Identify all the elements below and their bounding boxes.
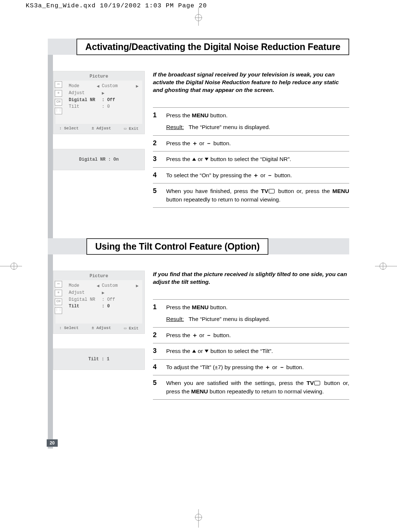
section-intro: If you find that the picture received is… <box>153 271 349 286</box>
osd-menu-row: Mode◀Custom▶ <box>59 282 139 289</box>
osd-menu-row: Mode◀Custom▶ <box>59 83 139 90</box>
osd-screenshot: Picture ▭ ≡ CH ⋮⋮ Mode◀Custom▶Adjust▶Dig… <box>53 271 145 334</box>
section-title: Using the Tilt Control Feature (Option) <box>86 238 268 255</box>
step-row: 4To select the “On” by pressing the ＋ or… <box>153 167 349 183</box>
step-text: When you have finished, press the TV but… <box>166 183 349 208</box>
osd-toast: Tilt : 1 <box>53 349 145 370</box>
cropmark-right <box>375 261 397 272</box>
osd-rows: ▭ ≡ CH ⋮⋮ Mode◀Custom▶Adjust▶Digital NR:… <box>56 81 142 124</box>
step-row: 5When you are satisfied with the setting… <box>153 375 349 400</box>
osd-menu-row: Digital NR: Off <box>59 296 139 303</box>
osd-menu-row: Tilt: 0 <box>59 303 139 310</box>
tv-button-icon <box>269 189 275 193</box>
step-number: 1 <box>153 299 166 327</box>
step-text: To select the “On” by pressing the ＋ or … <box>166 167 349 183</box>
step-number: 2 <box>153 327 166 343</box>
step-number: 4 <box>153 359 166 375</box>
step-row: 2Press the ＋ or － button. <box>153 135 349 151</box>
step-number: 1 <box>153 107 166 135</box>
left-column: Picture ▭ ≡ CH ⋮⋮ Mode◀Custom▶Adjust▶Dig… <box>53 71 145 208</box>
down-arrow-icon <box>205 350 208 353</box>
step-text: To adjust the “Tilt” (±7) by pressing th… <box>166 359 349 375</box>
tv-icon: ▭ <box>55 281 62 288</box>
step-number: 3 <box>153 151 166 167</box>
osd-footer-select: ↕ Select <box>59 126 79 131</box>
cropmark-bottom <box>193 509 204 528</box>
up-arrow-icon <box>192 158 196 161</box>
step-text: Press the ＋ or － button. <box>166 327 349 343</box>
channel-icon: CH <box>55 299 62 305</box>
osd-footer-adjust: ± Adjust <box>92 326 111 331</box>
list-icon: ≡ <box>55 90 62 97</box>
print-header: KS3a_Eng_Wide.qxd 10/19/2002 1:03 PM Pag… <box>26 2 207 9</box>
osd-title: Picture <box>56 74 142 81</box>
osd-footer-exit: ▭ Exit <box>124 126 139 131</box>
step-row: 4To adjust the “Tilt” (±7) by pressing t… <box>153 359 349 375</box>
svg-point-5 <box>195 514 202 521</box>
step-text: Press the MENU button.Result: The “Pictu… <box>166 107 349 135</box>
step-text: Press the or button to select the “Tilt”… <box>166 343 349 359</box>
right-column: If the broadcast signal received by your… <box>153 71 349 208</box>
channel-icon: CH <box>55 99 62 106</box>
steps-table: 1Press the MENU button.Result: The “Pict… <box>153 299 349 400</box>
osd-footer-exit: ▭ Exit <box>124 326 139 331</box>
osd-footer-adjust: ± Adjust <box>92 126 111 131</box>
step-number: 5 <box>153 375 166 400</box>
svg-point-8 <box>11 263 17 269</box>
svg-point-11 <box>380 263 386 269</box>
step-number: 2 <box>153 135 166 151</box>
section-intro: If the broadcast signal received by your… <box>153 71 349 94</box>
cropmark-top <box>193 7 204 26</box>
step-text: Press the ＋ or － button. <box>166 135 349 151</box>
step-number: 3 <box>153 343 166 359</box>
osd-menu-row: Adjust▶ <box>59 289 139 296</box>
setup-icon: ⋮⋮ <box>55 307 62 314</box>
section-tilt: Using the Tilt Control Feature (Option) … <box>48 238 349 400</box>
tv-icon: ▭ <box>55 81 62 88</box>
osd-footer-select: ↕ Select <box>59 326 79 331</box>
right-column: If you find that the picture received is… <box>153 271 349 400</box>
left-column: Picture ▭ ≡ CH ⋮⋮ Mode◀Custom▶Adjust▶Dig… <box>53 271 145 400</box>
step-row: 3Press the or button to select the “Digi… <box>153 151 349 167</box>
osd-menu-row: Adjust▶ <box>59 90 139 97</box>
section-digital-nr: Activating/Deactivating the Digital Nois… <box>48 39 349 208</box>
osd-rows: ▭ ≡ CH ⋮⋮ Mode◀Custom▶Adjust▶Digital NR:… <box>56 280 142 324</box>
step-row: 5When you have finished, press the TV bu… <box>153 183 349 208</box>
tv-button-icon <box>314 381 320 385</box>
up-arrow-icon <box>192 350 196 353</box>
step-text: Press the MENU button.Result: The “Pictu… <box>166 299 349 327</box>
step-row: 1Press the MENU button.Result: The “Pict… <box>153 107 349 135</box>
step-row: 1Press the MENU button.Result: The “Pict… <box>153 299 349 327</box>
steps-table: 1Press the MENU button.Result: The “Pict… <box>153 107 349 208</box>
osd-screenshot: Picture ▭ ≡ CH ⋮⋮ Mode◀Custom▶Adjust▶Dig… <box>53 71 145 134</box>
page-number: 20 <box>47 439 58 447</box>
step-text: Press the or button to select the “Digit… <box>166 151 349 167</box>
step-text: When you are satisfied with the settings… <box>166 375 349 400</box>
step-number: 4 <box>153 167 166 183</box>
osd-icon-column: ▭ ≡ CH ⋮⋮ <box>55 81 62 114</box>
svg-point-2 <box>195 14 202 21</box>
osd-title: Picture <box>56 273 142 280</box>
title-band: Activating/Deactivating the Digital Nois… <box>48 39 349 55</box>
down-arrow-icon <box>205 158 208 161</box>
osd-menu-row: Tilt: 0 <box>59 103 139 110</box>
osd-toast: Digital NR : On <box>53 149 145 170</box>
section-title: Activating/Deactivating the Digital Nois… <box>76 39 349 55</box>
osd-icon-column: ▭ ≡ CH ⋮⋮ <box>55 281 62 314</box>
title-band: Using the Tilt Control Feature (Option) <box>48 238 349 254</box>
step-row: 2Press the ＋ or － button. <box>153 327 349 343</box>
cropmark-left <box>0 261 22 272</box>
step-number: 5 <box>153 183 166 208</box>
osd-menu-row: Digital NR: Off <box>59 97 139 103</box>
list-icon: ≡ <box>55 290 62 296</box>
step-row: 3Press the or button to select the “Tilt… <box>153 343 349 359</box>
setup-icon: ⋮⋮ <box>55 108 62 114</box>
manual-page: KS3a_Eng_Wide.qxd 10/19/2002 1:03 PM Pag… <box>0 0 397 532</box>
